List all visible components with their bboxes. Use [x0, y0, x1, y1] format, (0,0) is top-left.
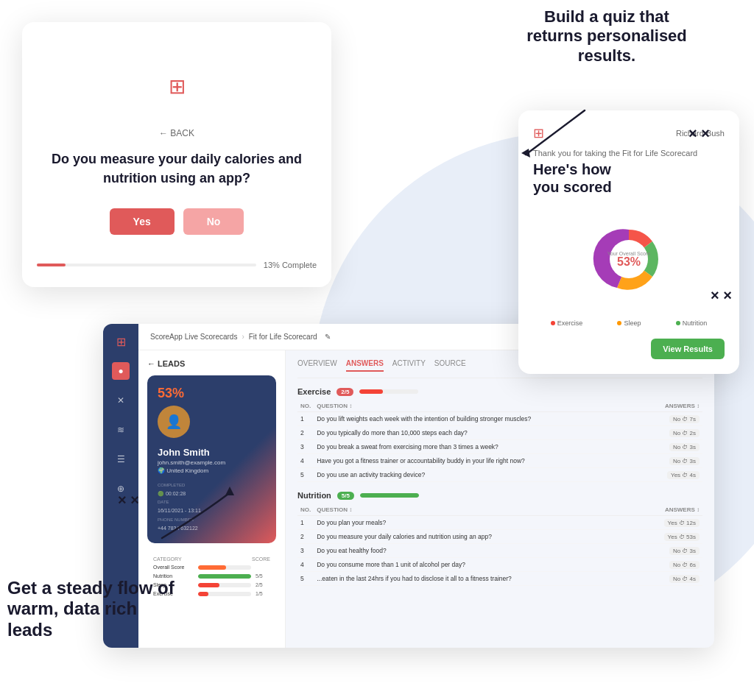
edit-icon[interactable]: ✎	[325, 333, 331, 341]
exercise-table: NO. QUESTION ↕ ANSWERS ↕ 1 Do you lift w…	[297, 400, 702, 482]
tab-source[interactable]: SOURCE	[434, 359, 466, 372]
table-row: 4 Have you got a fitness trainer or acco…	[297, 454, 702, 468]
deco-cross-2: × ×	[711, 287, 732, 304]
exercise-section: Exercise 2/5 NO. QUESTION ↕ ANSWERS ↕	[297, 387, 702, 482]
tab-activity[interactable]: ACTIVITY	[392, 359, 426, 372]
donut-chart-container: Your Overall Score 53%	[533, 208, 725, 311]
progress-bar-fill	[37, 264, 66, 266]
quiz-yes-button[interactable]: Yes	[110, 208, 175, 235]
tab-answers[interactable]: ANSWERS	[346, 359, 384, 372]
lead-country: 🌍 United Kingdom	[158, 467, 266, 474]
lead-email: john.smith@example.com	[158, 459, 266, 466]
table-row: 1 Do you lift weights each week with the…	[297, 412, 702, 426]
quiz-card: ⊞ ← BACK Do you measure your daily calor…	[22, 22, 331, 287]
annotation-top-right: Build a quiz that returns personalised r…	[518, 7, 695, 66]
quiz-buttons-group: Yes No	[110, 208, 244, 235]
table-row: 2 Do you measure your daily calories and…	[297, 530, 702, 544]
quiz-back-link[interactable]: ← BACK	[159, 128, 194, 138]
arrow-bottom-left	[147, 479, 236, 553]
nutrition-section: Nutrition 5/5 NO. QUESTION ↕ ANSWERS ↕	[297, 491, 702, 586]
nutrition-badge: 5/5	[337, 492, 354, 500]
breadcrumb: ScoreApp Live Scorecards › Fit for Life …	[150, 333, 331, 341]
exercise-section-header: Exercise 2/5	[297, 387, 702, 396]
breadcrumb-scorecard[interactable]: Fit for Life Scorecard	[249, 333, 317, 341]
svg-marker-0	[521, 149, 530, 158]
lead-name: John Smith	[158, 447, 266, 458]
arrow-top-right	[511, 103, 599, 162]
legend-sleep: Sleep	[617, 319, 641, 327]
legend-nutrition: Nutrition	[676, 319, 708, 327]
sidebar-icon-settings1[interactable]: ✕	[112, 392, 130, 409]
deco-cross-3: × ×	[118, 492, 139, 509]
quiz-question-text: Do you measure your daily calories and n…	[44, 150, 309, 187]
sidebar-icon-logo: ⊞	[112, 333, 130, 350]
exercise-badge: 2/5	[337, 388, 353, 396]
breadcrumb-sep: ›	[242, 333, 244, 341]
leads-title: ← LEADS	[147, 359, 276, 368]
lead-score: 53%	[158, 386, 266, 401]
table-row: 4 Do you consume more than 1 unit of alc…	[297, 558, 702, 572]
result-title: Here's how you scored	[533, 160, 725, 196]
annotation-bottom-left: Get a steady flow of warm, data rich lea…	[7, 578, 184, 641]
nutrition-section-header: Nutrition 5/5	[297, 491, 702, 500]
table-row: 3 Do you break a sweat from exercising m…	[297, 440, 702, 454]
table-row: 1 Do you plan your meals? Yes ⏱ 12s	[297, 516, 702, 530]
table-row: 5 ...eaten in the last 24hrs if you had …	[297, 572, 702, 586]
deco-cross-1: × ×	[688, 125, 710, 142]
donut-legend: Exercise Sleep Nutrition	[533, 319, 725, 327]
svg-marker-1	[225, 487, 234, 495]
cat-row-overall: Overall Score	[153, 565, 270, 570]
sidebar-icon-settings2[interactable]: ≋	[112, 421, 130, 439]
table-row: 3 Do you eat healthy food? No ⏱ 3s	[297, 544, 702, 558]
tab-overview[interactable]: OVERVIEW	[297, 359, 337, 372]
svg-text:53%: 53%	[617, 255, 641, 268]
answers-panel: OVERVIEW ANSWERS ACTIVITY SOURCE ⊞ ☰ Exe…	[286, 350, 714, 648]
donut-chart-svg: Your Overall Score 53%	[570, 208, 688, 311]
table-row: 2 Do you typically do more than 10,000 s…	[297, 426, 702, 440]
quiz-progress-container: 13% Complete	[37, 261, 317, 269]
legend-exercise: Exercise	[551, 319, 583, 327]
progress-bar-background	[37, 264, 256, 266]
sidebar-icon-menu[interactable]: ☰	[112, 450, 130, 468]
progress-text: 13% Complete	[264, 261, 317, 269]
view-results-button[interactable]: View Results	[651, 339, 725, 359]
breadcrumb-scoreapp[interactable]: ScoreApp Live Scorecards	[150, 333, 237, 341]
table-row: 5 Do you use an activity tracking device…	[297, 468, 702, 482]
quiz-no-button[interactable]: No	[183, 208, 244, 235]
sidebar-icon-leads[interactable]: ●	[112, 362, 130, 380]
lead-avatar: 👤	[158, 406, 190, 438]
nutrition-table: NO. QUESTION ↕ ANSWERS ↕ 1 Do you plan y…	[297, 504, 702, 586]
quiz-logo-icon: ⊞	[169, 74, 186, 99]
